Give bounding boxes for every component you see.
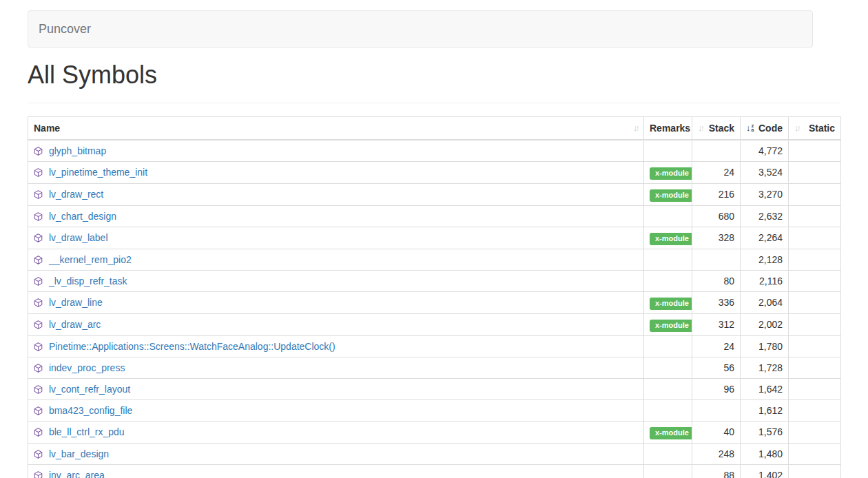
stack-value: 24 <box>692 335 741 357</box>
symbol-name-cell: inv_arc_area <box>28 464 644 478</box>
column-header-remarks[interactable]: Remarks <box>644 116 692 140</box>
cube-icon <box>34 470 43 478</box>
remarks-cell <box>644 205 692 227</box>
symbol-row: lv_draw_line x-module 336 2,064 <box>28 291 841 313</box>
symbol-name-cell: lv_pinetime_theme_init <box>28 161 644 183</box>
symbol-name-cell: _lv_disp_refr_task <box>28 270 644 291</box>
symbol-row: bma423_config_file 1,612 <box>28 399 841 421</box>
symbol-row: lv_bar_design 248 1,480 <box>28 443 841 464</box>
table-header-row: Name ↓↑ Remarks ↓↑ Stack ↓ <box>28 116 841 140</box>
symbol-name-cell: lv_draw_arc <box>28 313 644 335</box>
remarks-cell <box>644 249 692 270</box>
stack-value: 248 <box>692 443 741 464</box>
symbol-name-cell: lv_cont_refr_layout <box>28 378 644 399</box>
symbol-link[interactable]: inv_arc_area <box>49 470 105 478</box>
symbol-row: __kernel_rem_pio2 2,128 <box>28 249 841 270</box>
symbol-link[interactable]: Pinetime::Applications::Screens::WatchFa… <box>49 341 335 352</box>
code-value: 1,612 <box>741 399 789 421</box>
remarks-cell <box>644 399 692 421</box>
stack-value <box>692 399 741 421</box>
code-value: 3,524 <box>741 161 789 183</box>
symbol-row: ble_ll_ctrl_rx_pdu x-module 40 1,576 <box>28 421 841 443</box>
remarks-cell <box>644 335 692 357</box>
stack-value: 312 <box>692 313 741 335</box>
cube-icon <box>34 211 43 220</box>
cube-icon <box>34 145 43 154</box>
symbol-link[interactable]: glyph_bitmap <box>49 145 106 156</box>
cube-icon <box>34 189 43 198</box>
symbol-row: _lv_disp_refr_task 80 2,116 <box>28 270 841 291</box>
sort-both-icon: ↓↑ <box>633 121 638 135</box>
symbol-link[interactable]: lv_bar_design <box>49 448 109 459</box>
code-value: 2,002 <box>741 313 789 335</box>
cube-icon <box>34 254 43 263</box>
code-value: 2,064 <box>741 291 789 313</box>
code-value: 2,632 <box>741 205 789 227</box>
symbol-link[interactable]: bma423_config_file <box>49 405 132 416</box>
symbols-table: Name ↓↑ Remarks ↓↑ Stack ↓ <box>28 116 841 478</box>
code-value: 1,480 <box>741 443 789 464</box>
code-value: 1,402 <box>741 464 789 478</box>
stack-value: 56 <box>692 357 741 378</box>
symbol-link[interactable]: __kernel_rem_pio2 <box>49 254 132 265</box>
stack-value: 80 <box>692 270 741 291</box>
navbar: Puncover <box>28 10 813 48</box>
cube-icon <box>34 167 43 176</box>
symbol-name-cell: Pinetime::Applications::Screens::WatchFa… <box>28 335 644 357</box>
navbar-brand[interactable]: Puncover <box>28 11 101 47</box>
x-module-badge: x-module <box>650 189 692 202</box>
stack-value: 88 <box>692 464 741 478</box>
symbol-link[interactable]: lv_pinetime_theme_init <box>49 167 147 178</box>
static-value <box>789 205 841 227</box>
symbol-link[interactable]: indev_proc_press <box>49 362 125 373</box>
symbol-row: Pinetime::Applications::Screens::WatchFa… <box>28 335 841 357</box>
symbol-link[interactable]: _lv_disp_refr_task <box>49 276 127 287</box>
x-module-badge: x-module <box>650 167 692 180</box>
column-header-stack[interactable]: ↓↑ Stack <box>692 116 741 140</box>
stack-value: 216 <box>692 183 741 205</box>
x-module-badge: x-module <box>650 233 692 245</box>
symbol-link[interactable]: lv_cont_refr_layout <box>49 384 130 395</box>
symbol-link[interactable]: lv_draw_line <box>49 297 103 308</box>
static-value <box>789 249 841 270</box>
remarks-cell: x-module <box>644 183 692 205</box>
symbol-link[interactable]: lv_chart_design <box>49 211 116 222</box>
symbol-link[interactable]: lv_draw_rect <box>49 189 103 200</box>
symbol-row: lv_pinetime_theme_init x-module 24 3,524 <box>28 161 841 183</box>
cube-icon <box>34 405 43 414</box>
symbol-link[interactable]: lv_draw_arc <box>49 319 101 330</box>
symbol-row: lv_chart_design 680 2,632 <box>28 205 841 227</box>
column-header-code[interactable]: ↓ z a Code <box>741 116 789 140</box>
x-module-badge: x-module <box>650 427 692 439</box>
stack-value: 336 <box>692 291 741 313</box>
symbol-row: lv_draw_rect x-module 216 3,270 <box>28 183 841 205</box>
remarks-cell <box>644 378 692 399</box>
symbol-row: indev_proc_press 56 1,728 <box>28 357 841 378</box>
remarks-cell <box>644 443 692 464</box>
column-header-name[interactable]: Name ↓↑ <box>28 116 644 140</box>
static-value <box>789 140 841 162</box>
remarks-cell: x-module <box>644 291 692 313</box>
column-header-static[interactable]: ↓↑ Static <box>789 116 841 140</box>
page: Puncover All Symbols Name ↓↑ Remarks <box>0 10 868 478</box>
symbol-name-cell: glyph_bitmap <box>28 140 644 162</box>
column-label-static: Static <box>809 121 835 135</box>
stack-value <box>692 140 741 162</box>
stack-value: 96 <box>692 378 741 399</box>
static-value <box>789 464 841 478</box>
static-value <box>789 443 841 464</box>
code-value: 1,780 <box>741 335 789 357</box>
symbol-link[interactable]: lv_draw_label <box>49 232 108 243</box>
remarks-cell: x-module <box>644 227 692 249</box>
static-value <box>789 291 841 313</box>
x-module-badge: x-module <box>650 298 692 310</box>
remarks-cell <box>644 270 692 291</box>
symbol-link[interactable]: ble_ll_ctrl_rx_pdu <box>49 426 125 437</box>
cube-icon <box>34 362 43 371</box>
cube-icon <box>34 319 43 328</box>
code-value: 1,576 <box>741 421 789 443</box>
symbol-name-cell: lv_chart_design <box>28 205 644 227</box>
static-value <box>789 399 841 421</box>
cube-icon <box>34 297 43 306</box>
static-value <box>789 227 841 249</box>
